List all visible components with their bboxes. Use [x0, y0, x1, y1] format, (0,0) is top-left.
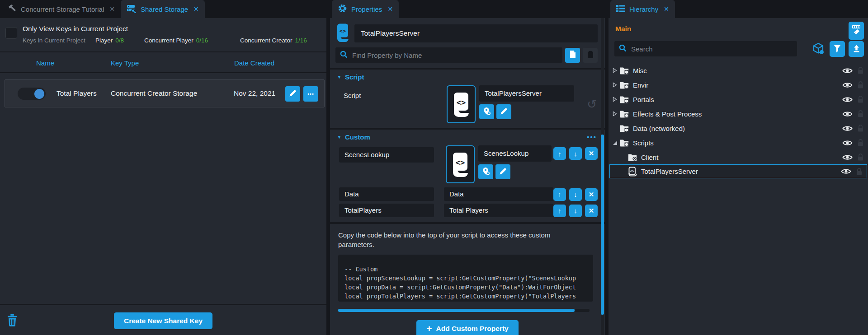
collapse-icon[interactable]: ▼	[337, 75, 341, 79]
custom-property-value-field[interactable]: Total Players	[444, 204, 553, 217]
filmstrip-rocket-icon	[852, 25, 861, 37]
upload-icon	[853, 45, 860, 54]
create-new-shared-key-button[interactable]: Create New Shared Key	[114, 312, 212, 329]
visibility-toggle[interactable]	[842, 154, 853, 161]
visibility-toggle[interactable]	[842, 125, 853, 132]
property-search-input[interactable]	[351, 51, 558, 60]
delete-key-button[interactable]	[7, 314, 17, 328]
paste-properties-button[interactable]	[583, 48, 598, 63]
custom-property-value-field[interactable]: ScenesLookup	[478, 145, 552, 162]
lock-toggle[interactable]	[857, 81, 864, 89]
expand-arrow-icon[interactable]	[611, 97, 618, 102]
copy-properties-button[interactable]	[565, 48, 580, 63]
more-options-button[interactable]: •••	[303, 86, 318, 102]
custom-property-name-field[interactable]: Data	[339, 187, 434, 201]
add-custom-property-button[interactable]: + Add Custom Property	[416, 320, 518, 335]
close-icon[interactable]: ✕	[664, 5, 669, 13]
code-line: local propTotalPlayers = script:GetCusto…	[344, 292, 593, 301]
hierarchy-item-effects-post-process[interactable]: Effects & Post Process	[609, 107, 868, 121]
lock-toggle[interactable]	[857, 153, 864, 161]
asset-thumbnail[interactable]: <>	[446, 145, 475, 183]
edit-key-button[interactable]	[285, 86, 300, 102]
custom-property-value-field[interactable]: Data	[444, 187, 553, 201]
lock-toggle[interactable]	[857, 124, 864, 132]
close-icon[interactable]: ✕	[109, 5, 115, 13]
hierarchy-item-portals[interactable]: Portals	[609, 92, 868, 107]
hierarchy-item-data-networked[interactable]: Data (networked)	[609, 121, 868, 135]
lock-toggle[interactable]	[857, 110, 864, 118]
filter-button[interactable]	[830, 41, 845, 57]
close-icon[interactable]: ✕	[387, 5, 393, 13]
scrollbar-thumb[interactable]	[338, 309, 575, 312]
hierarchy-item-client[interactable]: Client	[609, 150, 868, 164]
static-mesh-cube-icon[interactable]	[812, 42, 825, 56]
hierarchy-item-scripts[interactable]: Scripts	[609, 135, 868, 150]
svg-text:<>: <>	[456, 158, 465, 167]
remove-property-button[interactable]: ✕	[585, 188, 598, 201]
collapse-arrow-icon[interactable]	[611, 140, 618, 145]
move-down-button[interactable]: ↓	[569, 188, 582, 201]
lock-toggle[interactable]	[857, 95, 864, 103]
move-up-button[interactable]: ↑	[553, 147, 566, 160]
shared-storage-footer: Create New Shared Key	[0, 304, 326, 335]
custom-property-name-field[interactable]: ScenesLookup	[339, 147, 434, 163]
tab-hierarchy[interactable]: Hierarchy ✕	[610, 0, 675, 18]
expand-arrow-icon[interactable]	[611, 111, 618, 116]
remove-property-button[interactable]: ✕	[585, 205, 598, 217]
lock-toggle[interactable]	[856, 168, 863, 176]
visibility-toggle[interactable]	[841, 168, 851, 175]
tab-shared-storage[interactable]: Shared Storage ✕	[121, 0, 205, 18]
visibility-toggle[interactable]	[842, 67, 853, 74]
visibility-toggle[interactable]	[842, 111, 853, 117]
only-view-keys-checkbox[interactable]	[5, 27, 17, 39]
find-asset-button[interactable]	[479, 104, 494, 119]
custom-section-header[interactable]: ▼ Custom •••	[330, 130, 605, 144]
svg-text:<>: <>	[457, 98, 466, 107]
lock-toggle[interactable]	[857, 66, 864, 74]
object-name-field[interactable]: TotalPlayersServer	[354, 24, 598, 42]
close-icon[interactable]: ✕	[193, 5, 199, 13]
custom-section-menu-button[interactable]: •••	[587, 133, 597, 141]
lock-toggle[interactable]	[857, 139, 864, 147]
edit-script-button[interactable]	[496, 104, 511, 119]
tab-properties[interactable]: Properties ✕	[332, 0, 399, 18]
script-property-row: Script <> TotalPlayersServer ↺	[330, 84, 605, 128]
column-key-type[interactable]: Key Type	[111, 59, 139, 67]
visibility-toggle[interactable]	[842, 82, 853, 88]
move-down-button[interactable]: ↓	[569, 205, 582, 217]
move-down-button[interactable]: ↓	[569, 147, 582, 160]
column-name[interactable]: Name	[36, 59, 54, 67]
script-asset-name-field[interactable]: TotalPlayersServer	[479, 85, 574, 102]
hierarchy-search-input[interactable]	[630, 45, 793, 53]
hierarchy-search-box[interactable]	[614, 41, 797, 56]
table-row[interactable]: Total Players Concurrent Creator Storage…	[5, 79, 325, 107]
hierarchy-item-misc[interactable]: Misc	[609, 63, 868, 78]
horizontal-scrollbar[interactable]	[338, 309, 590, 312]
vertical-scrollbar[interactable]	[601, 135, 604, 315]
visibility-toggle[interactable]	[842, 140, 853, 146]
hierarchy-item-totalplayersserver[interactable]: <> TotalPlayersServer	[609, 164, 867, 178]
move-up-button[interactable]: ↑	[553, 205, 566, 217]
scene-settings-button[interactable]	[849, 22, 864, 40]
collapse-icon[interactable]: ▼	[337, 135, 341, 140]
hierarchy-item-envir[interactable]: Envir	[609, 78, 868, 92]
key-toggle[interactable]	[18, 88, 46, 100]
script-asset-thumbnail[interactable]: <>	[447, 85, 476, 123]
export-button[interactable]	[849, 41, 864, 57]
find-asset-button[interactable]	[478, 164, 493, 179]
property-search-box[interactable]	[335, 47, 562, 63]
code-snippet-box[interactable]: -- Customlocal propScenesLookup = script…	[338, 255, 593, 302]
move-up-button[interactable]: ↑	[553, 188, 566, 201]
remove-property-button[interactable]: ✕	[585, 147, 598, 160]
visibility-toggle[interactable]	[842, 96, 853, 103]
concurrent-creator-counter: Concurrent Creator1/16	[240, 37, 307, 44]
expand-arrow-icon[interactable]	[611, 82, 618, 88]
edit-script-button[interactable]	[495, 164, 510, 179]
expand-arrow-icon[interactable]	[611, 68, 618, 73]
column-date-created[interactable]: Date Created	[234, 59, 274, 67]
script-section-header[interactable]: ▼ Script	[330, 70, 605, 84]
reset-property-button[interactable]: ↺	[586, 98, 598, 112]
custom-property-name-field[interactable]: TotalPlayers	[339, 204, 434, 217]
tab-concurrent-storage-tutorial[interactable]: Concurrent Storage Tutorial ✕	[2, 0, 121, 18]
hierarchy-tabbar: Hierarchy ✕	[609, 0, 868, 18]
